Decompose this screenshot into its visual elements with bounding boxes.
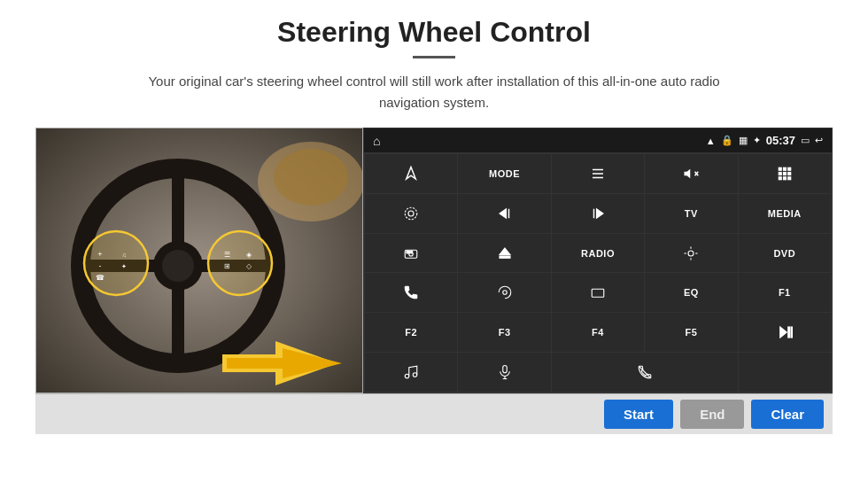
svg-rect-35 [783, 172, 786, 175]
svg-point-40 [408, 211, 414, 216]
svg-rect-33 [788, 167, 791, 170]
clear-button[interactable]: Clear [751, 400, 824, 429]
svg-point-3 [274, 149, 348, 206]
tv-btn[interactable]: TV [645, 194, 737, 233]
svg-point-8 [162, 250, 194, 282]
svg-rect-23 [227, 358, 285, 369]
bottom-bar: Start End Clear [35, 393, 833, 434]
svg-text:☰: ☰ [224, 251, 230, 259]
playpause-btn[interactable] [739, 313, 831, 352]
apps-btn[interactable] [739, 154, 831, 193]
svg-rect-32 [783, 167, 786, 170]
cast-icon: ▭ [801, 135, 810, 146]
prev-btn[interactable] [458, 194, 550, 233]
svg-point-10 [208, 231, 272, 295]
next-btn[interactable] [552, 194, 644, 233]
svg-text:☎: ☎ [96, 274, 105, 282]
svg-text:⊞: ⊞ [224, 262, 230, 270]
screen-btn[interactable] [552, 273, 644, 312]
svg-text:♫: ♫ [121, 252, 126, 258]
control-panel: ⌂ ▲ 🔒 ▦ ✦ 05:37 ▭ ↩ MODE [363, 128, 833, 393]
empty-btn1 [739, 353, 831, 392]
mute-btn[interactable] [645, 154, 737, 193]
media-btn[interactable]: MEDIA [739, 194, 831, 233]
eject-btn[interactable] [458, 234, 550, 273]
end-button[interactable]: End [680, 400, 744, 429]
svg-marker-44 [596, 208, 603, 218]
cam360-btn[interactable]: 360 [365, 234, 457, 273]
dvd-btn[interactable]: DVD [739, 234, 831, 273]
svg-rect-63 [502, 366, 507, 373]
home-icon[interactable]: ⌂ [373, 134, 380, 148]
navigate-btn[interactable] [365, 154, 457, 193]
svg-point-51 [688, 251, 694, 256]
eq-btn[interactable]: EQ [645, 273, 737, 312]
svg-rect-60 [791, 327, 793, 338]
status-time: 05:37 [766, 134, 795, 147]
svg-point-56 [502, 291, 507, 295]
content-area: + - ☎ ♫ ✦ ☰ ⊞ ◈ ◇ ⌂ [35, 128, 833, 393]
button-grid: MODE [364, 153, 832, 393]
svg-point-62 [413, 373, 417, 377]
svg-point-61 [405, 374, 409, 378]
hangup-btn[interactable] [552, 353, 738, 392]
svg-marker-28 [685, 169, 691, 179]
f3-btn[interactable]: F3 [458, 313, 550, 352]
svg-rect-34 [779, 172, 781, 175]
swirl-btn[interactable] [458, 273, 550, 312]
car-image: + - ☎ ♫ ✦ ☰ ⊞ ◈ ◇ [35, 128, 363, 393]
svg-text:360: 360 [407, 251, 413, 254]
phone-btn[interactable] [365, 273, 457, 312]
mic-btn[interactable] [458, 353, 550, 392]
settings-btn[interactable] [365, 194, 457, 233]
radio-btn[interactable]: RADIO [552, 234, 644, 273]
list-btn[interactable] [552, 154, 644, 193]
f5-btn[interactable]: F5 [645, 313, 737, 352]
title-divider [413, 56, 455, 58]
svg-point-9 [84, 231, 148, 295]
subtitle: Your original car's steering wheel contr… [124, 71, 744, 113]
svg-rect-36 [788, 172, 791, 175]
start-button[interactable]: Start [604, 400, 673, 429]
f2-btn[interactable]: F2 [365, 313, 457, 352]
svg-rect-59 [788, 327, 790, 338]
svg-text:-: - [99, 261, 102, 270]
back-icon[interactable]: ↩ [815, 135, 823, 146]
bluetooth-icon: ✦ [753, 135, 761, 146]
page-title: Steering Wheel Control [277, 16, 591, 49]
status-bar: ⌂ ▲ 🔒 ▦ ✦ 05:37 ▭ ↩ [364, 128, 832, 153]
svg-rect-50 [500, 256, 510, 258]
svg-rect-31 [779, 167, 781, 170]
f4-btn[interactable]: F4 [552, 313, 644, 352]
svg-marker-42 [500, 208, 507, 218]
music-btn[interactable] [365, 353, 457, 392]
f1-btn[interactable]: F1 [739, 273, 831, 312]
svg-point-41 [405, 207, 417, 220]
brightness-btn[interactable] [645, 234, 737, 273]
svg-rect-38 [783, 177, 786, 180]
svg-marker-58 [780, 327, 787, 338]
svg-text:◇: ◇ [246, 262, 252, 270]
svg-text:◈: ◈ [246, 251, 252, 259]
page: Steering Wheel Control Your original car… [0, 0, 868, 482]
svg-marker-49 [500, 248, 510, 255]
svg-rect-37 [779, 177, 781, 180]
wifi-icon: ▲ [706, 136, 716, 146]
svg-marker-24 [407, 167, 416, 179]
svg-text:+: + [97, 250, 102, 259]
sd-icon: ▦ [739, 135, 748, 146]
status-icons-right: ▲ 🔒 ▦ ✦ 05:37 ▭ ↩ [706, 134, 823, 147]
svg-rect-39 [788, 177, 791, 180]
svg-text:✦: ✦ [121, 263, 127, 269]
lock-icon: 🔒 [721, 135, 733, 146]
mode-btn[interactable]: MODE [458, 154, 550, 193]
svg-rect-57 [592, 290, 604, 298]
